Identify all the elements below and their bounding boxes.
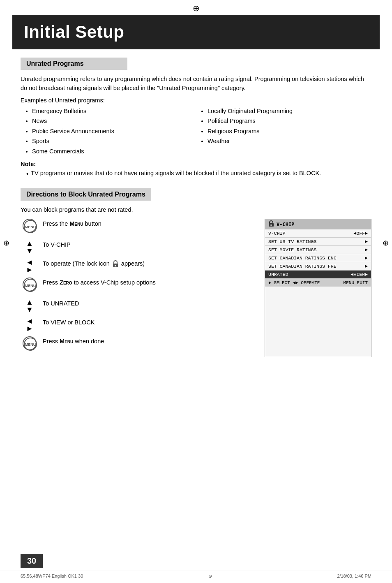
menu-item-label: SET CANADIAN RATINGS ENG [268,255,337,261]
page-title: Initial Setup [24,22,368,42]
svg-text:MENU: MENU [25,342,36,347]
step-text-3: To operate (The lock icon appears) [43,259,145,268]
menu-panel-title: V-CHIP [265,219,371,229]
list-item: Public Service Announcements [32,126,196,136]
step-icon-arrows-lr-2: ◄ ► [21,317,39,332]
left-right-arrows-2: ◄ ► [21,317,39,332]
menu-item-unrated: UNRATED ◄VIEW► [265,271,371,279]
menu-item-label: SET US TV RATINGS [268,239,316,244]
step-row-3: ◄ ► To operate (The lock icon [21,259,255,273]
page-container: ⊕ Initial Setup Unrated Programs Unrated… [0,0,392,583]
menu-item-cdn-fre: SET CANADIAN RATINGS FRE ► [265,262,371,271]
note-label: Note: [21,161,371,167]
page-number: 30 [21,554,43,568]
menu-button-icon-2: MENU [23,278,37,292]
list-item: Emergency Bulletins [32,106,196,116]
direction-steps: MENU Press the Menu button ▲ ▼ [21,219,255,357]
direction-rows: MENU Press the Menu button ▲ ▼ [21,219,371,357]
down-arrow-2: ▼ [26,306,33,313]
menu-item-label: V-CHIP [268,231,285,236]
section-unrated-programs: Unrated Programs Unrated programming ref… [21,58,371,178]
up-down-arrows: ▲ ▼ [21,240,39,254]
step-text-7: Press Menu when done [43,336,104,346]
bullet-col-left: Emergency Bulletins News Public Service … [21,106,196,157]
note-text: • TV programs or movies that do not have… [21,169,371,179]
menu-item-vchip: V-CHIP ◄OFF► [265,229,371,238]
step-icon-arrows-lr-1: ◄ ► [21,259,39,273]
svg-rect-3 [115,265,116,266]
menu-footer: ♦ SELECT ◄► OPERATE MENU EXIT [265,279,371,287]
list-item: Political Programs [208,116,371,126]
menu-item-arrow: ► [365,239,368,244]
step-text-4: Press Zero to access V-Chip setup option… [43,278,156,287]
menu-item-arrow: ► [365,264,368,269]
menu-panel-title-text: V-CHIP [277,222,294,227]
step-row-2: ▲ ▼ To V-CHIP [21,240,255,254]
menu-item-arrow: ► [365,247,368,252]
left-arrow-2: ◄ [26,317,33,325]
right-arrow: ► [26,266,33,273]
note-content: TV programs or movies that do not have r… [31,169,321,178]
top-compass-icon: ⊕ [0,0,392,15]
menu-footer-left: ♦ SELECT ◄► OPERATE [268,280,320,285]
left-arrow: ◄ [26,259,33,266]
note-bullet-symbol: • [26,170,28,179]
title-bar: Initial Setup [12,15,380,49]
step-row-6: ◄ ► To VIEW or BLOCK [21,317,255,332]
list-item: Sports [32,136,196,146]
menu-item-us-tv: SET US TV RATINGS ► [265,238,371,246]
menu-item-label: SET MOVIE RATINGS [268,247,316,252]
section-directions: Directions to Block Unrated Programs You… [21,188,371,357]
step-icon-menu-2: MENU [21,278,39,294]
menu-item-label: SET CANADIAN RATINGS FRE [268,264,337,269]
list-item: Locally Originated Programming [208,106,371,116]
step-icon-arrows-ud-2: ▲ ▼ [21,298,39,313]
step-icon-arrows-ud-1: ▲ ▼ [21,240,39,254]
list-item: Religious Programs [208,126,371,136]
right-arrow-2: ► [26,325,33,332]
step-row-7: MENU Press Menu when done [21,336,255,353]
footer-right: 2/18/03, 1:46 PM [337,574,371,579]
menu-item-value: ◄VIEW► [351,272,368,277]
svg-rect-9 [270,224,272,226]
menu-item-movie: SET MOVIE RATINGS ► [265,246,371,254]
menu-item-arrow: ► [365,255,368,261]
section2-intro: You can block programs that are not rate… [21,206,371,215]
left-right-arrows: ◄ ► [21,259,39,273]
up-arrow-2: ▲ [26,298,33,306]
menu-item-label: UNRATED [268,272,288,277]
bullet-col-right: Locally Originated Programming Political… [196,106,371,157]
list-item: Some Commercials [32,146,196,157]
section1-header: Unrated Programs [21,58,127,70]
note-section: Note: • TV programs or movies that do no… [21,161,371,179]
list-item: News [32,116,196,126]
step-text-1: Press the Menu button [43,219,101,229]
bullet-columns: Emergency Bulletins News Public Service … [21,106,371,157]
step-row-4: MENU Press Zero to access V-Chip setup o… [21,278,255,294]
step-icon-menu-1: MENU [21,219,39,236]
step-text-6: To VIEW or BLOCK [43,317,95,327]
section2-header: Directions to Block Unrated Programs [21,188,151,201]
lock-small-icon [268,220,274,228]
list-item: Weather [208,136,371,146]
step-text-2: To V-CHIP [43,240,71,250]
step-row-5: ▲ ▼ To UNRATED [21,298,255,313]
svg-text:MENU: MENU [25,225,36,229]
menu-button-icon-3: MENU [23,336,37,350]
up-arrow: ▲ [26,240,33,247]
svg-text:MENU: MENU [25,284,36,288]
menu-panel: V-CHIP V-CHIP ◄OFF► SET US TV RATINGS ► … [265,219,371,357]
lock-icon [112,260,119,268]
step-row-1: MENU Press the Menu button [21,219,255,236]
section1-desc: Unrated programming refers to any progra… [21,75,371,93]
menu-item-cdn-eng: SET CANADIAN RATINGS ENG ► [265,254,371,262]
step-icon-menu-3: MENU [21,336,39,353]
compass-left-icon: ⊕ [3,238,9,248]
examples-label: Examples of Unrated programs: [21,97,371,104]
menu-footer-right: MENU EXIT [344,280,368,285]
footer-compass-icon: ⊕ [208,574,212,579]
col2-list: Locally Originated Programming Political… [196,106,371,147]
main-content: Unrated Programs Unrated programming ref… [0,49,392,375]
compass-right-icon: ⊕ [383,238,389,248]
menu-item-value: ◄OFF► [353,231,368,236]
